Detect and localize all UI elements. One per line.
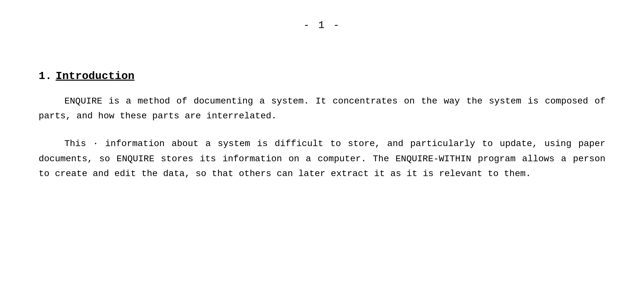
- paragraph-2: This · information about a system is dif…: [39, 136, 605, 181]
- page-container: - 1 - 1. Introduction ENQUIRE is a metho…: [0, 0, 644, 288]
- section-heading: 1. Introduction: [39, 70, 605, 82]
- content-area: 1. Introduction ENQUIRE is a method of d…: [39, 70, 605, 181]
- section-title: Introduction: [56, 70, 135, 82]
- paragraph-1: ENQUIRE is a method of documenting a sys…: [39, 94, 605, 124]
- section-number: 1.: [39, 70, 52, 82]
- page-header: - 1 -: [39, 19, 605, 31]
